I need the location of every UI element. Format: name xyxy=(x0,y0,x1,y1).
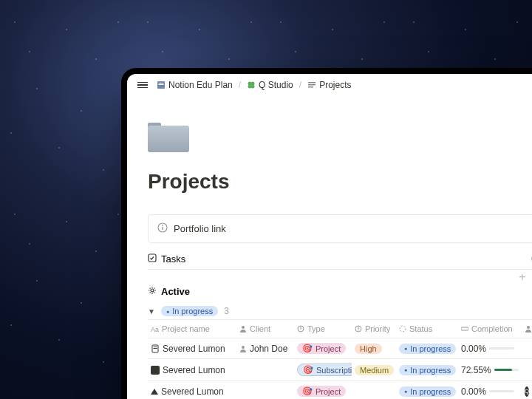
breadcrumb-label: Projects xyxy=(319,80,351,90)
svg-rect-23 xyxy=(461,327,468,330)
gear-icon xyxy=(148,286,157,297)
svg-point-22 xyxy=(400,326,406,332)
cell-type[interactable]: 🎯Project xyxy=(294,338,352,358)
svg-rect-27 xyxy=(154,348,157,349)
app-window: Notion Edu Plan / Q Studio / Projects Pr… xyxy=(127,74,532,399)
group-count: 3 xyxy=(224,306,229,316)
cell-status[interactable]: In progress xyxy=(396,382,458,400)
breadcrumb-root[interactable]: Notion Edu Plan xyxy=(157,80,233,90)
page-content: Projects Portfolio link Tasks + ⋮ xyxy=(127,96,532,399)
checkbox-icon xyxy=(148,253,157,265)
table-header: AaProject name Client Type Priority Stat… xyxy=(148,319,532,338)
status-pill: In progress xyxy=(399,365,456,375)
svg-text:Aa: Aa xyxy=(151,326,159,333)
col-pm[interactable]: PM xyxy=(522,320,532,338)
breadcrumb-label: Notion Edu Plan xyxy=(168,80,233,90)
info-icon xyxy=(157,222,168,235)
svg-rect-7 xyxy=(308,82,316,83)
svg-point-24 xyxy=(527,326,530,329)
svg-rect-11 xyxy=(162,227,163,230)
tab-label: Tasks xyxy=(161,253,185,265)
cell-priority[interactable]: High xyxy=(352,339,396,358)
svg-rect-8 xyxy=(308,84,316,86)
clover-icon xyxy=(247,81,256,89)
svg-point-18 xyxy=(242,326,245,329)
type-pill: 🎯Subscription xyxy=(297,364,352,376)
cell-pm[interactable] xyxy=(522,366,532,375)
cell-completion[interactable]: 0.00% xyxy=(458,382,522,400)
hamburger-menu-icon[interactable] xyxy=(137,82,148,89)
cell-type[interactable]: 🎯Project xyxy=(294,381,352,399)
type-pill: 🎯Project xyxy=(297,343,346,354)
col-client[interactable]: Client xyxy=(236,320,294,338)
svg-rect-20 xyxy=(301,327,301,330)
cell-name[interactable]: Severed Lumon xyxy=(148,382,236,400)
col-type[interactable]: Type xyxy=(294,320,352,338)
active-filter[interactable]: Active xyxy=(148,286,190,297)
svg-point-16 xyxy=(151,289,154,292)
table-row[interactable]: Severed Lumon John Doe🎯ProjectHighIn pro… xyxy=(148,338,532,358)
svg-rect-26 xyxy=(154,347,157,347)
group-status-pill: In progress xyxy=(161,306,218,316)
cell-pm[interactable] xyxy=(522,344,532,353)
doc-icon xyxy=(157,81,166,89)
priority-pill: Medium xyxy=(355,365,394,375)
chevron-down-icon: ▼ xyxy=(148,307,155,316)
svg-rect-1 xyxy=(159,83,164,83)
cell-client[interactable] xyxy=(236,387,294,396)
add-view-icon[interactable]: + ⋮ xyxy=(519,270,532,284)
cell-pm[interactable]: Q Qoffal xyxy=(522,382,532,400)
pm-avatar: Q xyxy=(525,386,529,397)
svg-rect-9 xyxy=(308,86,313,88)
cell-completion[interactable]: 0.00% xyxy=(458,339,522,358)
cell-status[interactable]: In progress xyxy=(396,339,458,358)
svg-point-6 xyxy=(251,85,255,89)
status-pill: In progress xyxy=(399,386,456,397)
cell-priority[interactable] xyxy=(352,387,396,396)
col-status[interactable]: Status xyxy=(396,320,458,338)
col-priority[interactable]: Priority xyxy=(352,320,396,338)
svg-point-28 xyxy=(242,346,245,349)
cell-client[interactable] xyxy=(236,366,294,375)
breadcrumb-label: Q Studio xyxy=(259,80,293,90)
breadcrumb-page[interactable]: Projects xyxy=(307,80,351,90)
group-header[interactable]: ▼ In progress 3 xyxy=(148,306,532,316)
folder-icon xyxy=(148,120,189,152)
callout-label: Portfolio link xyxy=(174,223,226,234)
table-row[interactable]: Severed Lumon🎯SubscriptionMediumIn progr… xyxy=(148,358,532,381)
svg-rect-2 xyxy=(159,84,164,85)
breadcrumb-workspace[interactable]: Q Studio xyxy=(247,80,293,90)
status-pill: In progress xyxy=(399,344,456,354)
view-tabs: Tasks + ⋮ xyxy=(148,253,532,270)
cell-name[interactable]: Severed Lumon xyxy=(148,339,236,358)
col-name[interactable]: AaProject name xyxy=(148,320,236,338)
filter-label: Active xyxy=(161,286,190,297)
breadcrumb-sep: / xyxy=(239,80,241,90)
col-completion[interactable]: Completion xyxy=(458,320,522,338)
cell-completion[interactable]: 72.55% xyxy=(458,361,522,380)
breadcrumb-sep: / xyxy=(299,80,301,90)
projects-table: AaProject name Client Type Priority Stat… xyxy=(148,319,532,399)
cell-type[interactable]: 🎯Subscription xyxy=(294,359,352,381)
cell-name[interactable]: Severed Lumon xyxy=(148,361,236,380)
portfolio-callout[interactable]: Portfolio link xyxy=(148,214,532,243)
bars-icon xyxy=(307,81,316,89)
cell-client[interactable]: John Doe xyxy=(236,339,294,358)
cell-status[interactable]: In progress xyxy=(396,361,458,380)
cell-priority[interactable]: Medium xyxy=(352,361,396,380)
page-title: Projects xyxy=(148,170,532,194)
priority-pill: High xyxy=(355,344,382,354)
tab-tasks[interactable]: Tasks xyxy=(148,253,185,265)
table-row[interactable]: Severed Lumon🎯ProjectIn progress0.00%Q Q… xyxy=(148,381,532,399)
type-pill: 🎯Project xyxy=(297,386,346,397)
svg-point-12 xyxy=(162,225,163,226)
topbar: Notion Edu Plan / Q Studio / Projects xyxy=(127,74,532,96)
